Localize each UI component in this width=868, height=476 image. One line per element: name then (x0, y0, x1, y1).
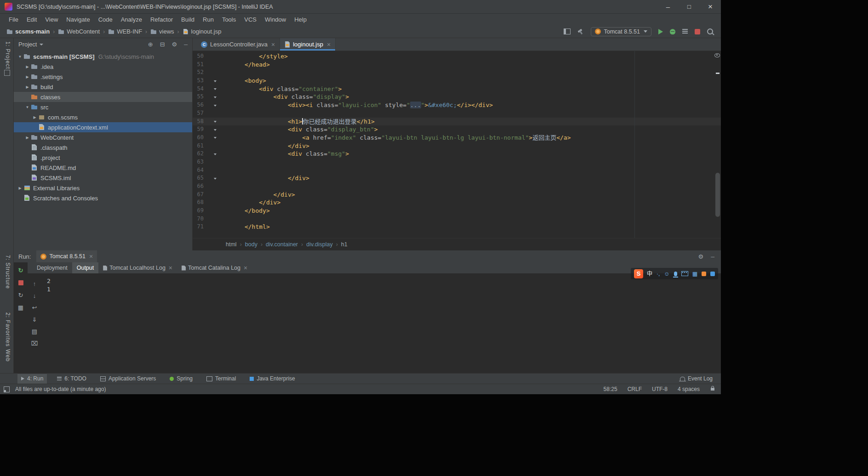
chinese-mode-icon[interactable]: 中 (647, 271, 652, 277)
gutter-fold-column[interactable] (204, 93, 223, 101)
menu-item-view[interactable]: View (41, 16, 62, 23)
toolwindow-stripe-7-structure[interactable]: 7: Structure (3, 255, 11, 289)
print-icon[interactable]: ▤ (31, 328, 38, 335)
caret-position[interactable]: 58:25 (604, 386, 617, 392)
stripe-mini-icon[interactable] (4, 70, 10, 76)
breadcrumb-item-views[interactable]: views (150, 28, 174, 35)
collapse-all-icon[interactable] (160, 41, 165, 47)
menu-item-code[interactable]: Code (94, 16, 117, 23)
run-tab-tomcat-localhost-log[interactable]: Tomcat Localhost Log (98, 262, 177, 273)
line-number[interactable]: 58 (193, 118, 204, 126)
fold-marker-icon[interactable] (214, 88, 217, 90)
console-output[interactable]: 21 (41, 273, 721, 373)
keyboard-icon[interactable] (681, 271, 688, 276)
run-tab-output[interactable]: Output (72, 262, 99, 273)
gutter-fold-column[interactable] (204, 174, 223, 182)
fold-marker-icon[interactable] (214, 137, 217, 139)
minimize-button[interactable] (657, 0, 679, 13)
project-tree-item-classes[interactable]: classes (14, 92, 192, 102)
editor-breadcrumb-html[interactable]: html (226, 241, 237, 248)
hide-panel-icon[interactable] (184, 41, 188, 47)
toolwindow-stripe-2-favorites[interactable]: 2: Favorites (3, 312, 11, 347)
coverage-button[interactable] (682, 29, 688, 34)
toolwindow-stripe-1-project[interactable]: 1: Project (3, 41, 11, 69)
project-tree-item-scratches-and-consoles[interactable]: Scratches and Consoles (14, 193, 192, 203)
line-number[interactable]: 51 (193, 61, 204, 69)
line-number[interactable]: 60 (193, 134, 204, 142)
project-tree-item-webcontent[interactable]: ▶WebContent (14, 132, 192, 142)
project-tree-item-src[interactable]: ▼src (14, 102, 192, 112)
toolwindow-stripe-web[interactable]: Web (3, 349, 11, 362)
code-line[interactable]: 51 </head> (193, 61, 721, 69)
project-tree-item-applicationcontext-xml[interactable]: applicationContext.xml (14, 122, 192, 132)
menu-item-edit[interactable]: Edit (23, 16, 41, 23)
close-button[interactable] (700, 0, 721, 13)
emoji-icon[interactable]: ☺ (664, 271, 669, 277)
close-tab-icon[interactable] (244, 265, 247, 271)
editor-tab-lessoncontroller-java[interactable]: LessonController.java (196, 38, 280, 51)
up-stack-trace-icon[interactable]: ↑ (31, 280, 38, 287)
line-number[interactable]: 55 (193, 93, 204, 101)
debug-button[interactable] (670, 29, 675, 34)
code-line[interactable]: 68 </div> (193, 198, 721, 207)
project-tree-item-classpath[interactable]: .classpath (14, 142, 192, 153)
line-number[interactable]: 59 (193, 125, 204, 134)
run-tab-deployment[interactable]: Deployment (32, 262, 72, 273)
maximize-button[interactable] (679, 0, 700, 13)
more-icon[interactable] (710, 272, 715, 276)
toolwindow-button-java-enterprise[interactable]: Java Enterprise (246, 374, 298, 384)
gutter-fold-column[interactable] (204, 118, 223, 126)
line-number[interactable]: 50 (193, 52, 204, 61)
gear-icon[interactable] (172, 41, 177, 47)
scrollbar-thumb[interactable] (715, 173, 720, 217)
locate-file-icon[interactable] (148, 41, 153, 47)
menu-item-file[interactable]: File (5, 16, 23, 23)
project-tree-item-com-scsms[interactable]: ▶com.scsms (14, 112, 192, 122)
project-view-selector[interactable]: Project (18, 41, 43, 48)
run-button[interactable] (658, 29, 663, 34)
gutter-fold-column[interactable] (204, 134, 223, 142)
fold-marker-icon[interactable] (214, 178, 217, 180)
fold-marker-icon[interactable] (214, 153, 217, 155)
highlighting-level-eye-icon[interactable] (714, 53, 720, 57)
line-number[interactable]: 65 (193, 174, 204, 182)
line-number[interactable]: 53 (193, 77, 204, 85)
close-tab-icon[interactable] (271, 41, 275, 48)
run-content-tab[interactable]: Tomcat 8.5.51 (36, 250, 97, 262)
line-number[interactable]: 70 (193, 215, 204, 223)
editor-breadcrumb-body[interactable]: body (245, 241, 257, 248)
menu-item-analyze[interactable]: Analyze (117, 16, 146, 23)
lock-icon[interactable] (711, 388, 714, 391)
editor-breadcrumb-div-display[interactable]: div.display (306, 241, 332, 248)
search-everywhere-icon[interactable] (707, 28, 713, 34)
line-separator[interactable]: CRLF (628, 386, 642, 392)
toolwindow-button-event-log[interactable]: Event Log (676, 374, 716, 384)
code-line[interactable]: 64 (193, 166, 721, 175)
menu-item-window[interactable]: Window (261, 16, 290, 23)
code-line[interactable]: 55 <div class="display"> (193, 93, 721, 101)
line-number[interactable]: 61 (193, 142, 204, 150)
project-tree-item-external-libraries[interactable]: ▶External Libraries (14, 183, 192, 193)
line-number[interactable]: 71 (193, 223, 204, 231)
code-line[interactable]: 53 <body> (193, 77, 721, 85)
code-line[interactable]: 69 </body> (193, 207, 721, 215)
line-number[interactable]: 52 (193, 68, 204, 77)
gutter-fold-column[interactable] (204, 77, 223, 85)
toolwindow-quick-access-icon[interactable] (4, 386, 10, 392)
code-line[interactable]: 50 </style> (193, 52, 721, 61)
toolwindow-button-6-todo[interactable]: 6: TODO (53, 374, 90, 384)
indent-setting[interactable]: 4 spaces (678, 386, 700, 392)
close-tab-icon[interactable] (169, 265, 172, 271)
clear-all-icon[interactable]: ⌧ (31, 340, 38, 347)
code-line[interactable]: 59 <div class="display_btn"> (193, 125, 721, 134)
dashboard-icon[interactable]: ▦ (17, 304, 24, 311)
editor-breadcrumb-h1[interactable]: h1 (341, 241, 348, 248)
build-project-icon[interactable] (577, 28, 584, 35)
hide-panel-icon[interactable] (711, 254, 714, 260)
code-line[interactable]: 71 </html> (193, 223, 721, 231)
menu-item-navigate[interactable]: Navigate (62, 16, 94, 23)
scroll-to-end-icon[interactable]: ⇓ (31, 316, 38, 323)
code-line[interactable]: 63 (193, 158, 721, 166)
line-number[interactable]: 57 (193, 109, 204, 118)
line-number[interactable]: 67 (193, 191, 204, 199)
